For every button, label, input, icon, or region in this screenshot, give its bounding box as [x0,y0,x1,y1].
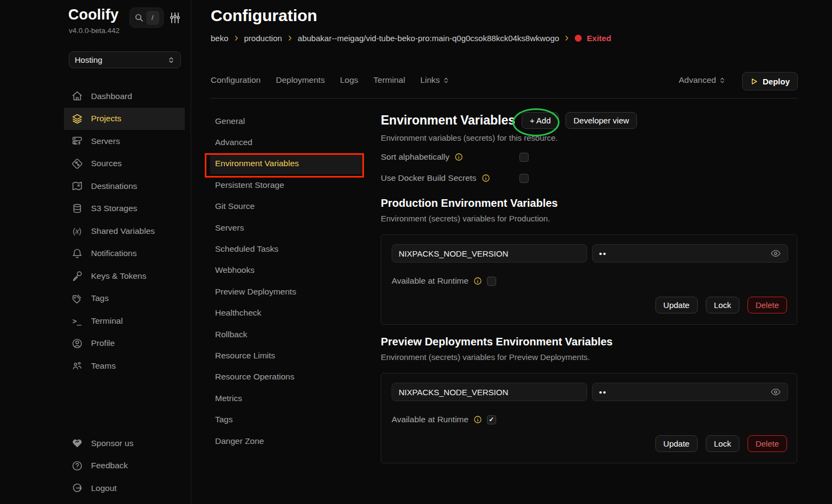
advanced-dropdown[interactable]: Advanced [679,75,726,85]
subnav-item-persistent-storage[interactable]: Persistent Storage [210,174,364,195]
tab-terminal[interactable]: Terminal [373,75,405,85]
subnav-item-git-source[interactable]: Git Source [210,196,364,217]
env-var-actions: Update Lock Delete [655,297,787,313]
server-icon [71,135,83,147]
app-logo: Coolify [68,6,119,23]
sidebar-item-tags[interactable]: Tags [64,287,185,310]
status-dot [575,35,582,42]
breadcrumb-resource[interactable]: abubakar--meigag/vid-tube-beko-pro:main-… [298,34,560,43]
chevron-up-down-icon [719,77,726,84]
eye-icon[interactable] [770,387,781,397]
tab-deployments[interactable]: Deployments [276,75,324,85]
header-divider [211,98,797,99]
subnav-item-metrics[interactable]: Metrics [210,388,364,409]
developer-view-button[interactable]: Developer view [566,112,638,129]
section-description: Environment variables (secrets) for this… [381,133,558,142]
team-select[interactable]: Hosting [69,51,181,68]
subnav-item-webhooks[interactable]: Webhooks [210,260,364,281]
subnav-item-preview-deployments[interactable]: Preview Deployments [210,281,364,302]
subnav-item-advanced[interactable]: Advanced [210,132,364,153]
chevron-right-icon [564,35,570,41]
sidebar-item-dashboard[interactable]: Dashboard [64,85,185,108]
sidebar-item-keys-tokens[interactable]: Keys & Tokens [64,265,185,287]
sidebar-item-projects[interactable]: Projects [64,108,185,130]
masked-value: •• [599,388,607,397]
info-icon [473,277,482,285]
subnav-item-tags[interactable]: Tags [210,409,364,430]
delete-button[interactable]: Delete [748,435,787,452]
breadcrumb-environment[interactable]: production [244,34,282,43]
preview-section-title: Preview Deployments Environment Variable… [381,336,613,348]
sidebar-item-servers[interactable]: Servers [64,130,185,153]
delete-button[interactable]: Delete [748,297,787,313]
sidebar-item-label: Feedback [91,461,128,470]
update-button[interactable]: Update [655,297,698,313]
env-var-name-input[interactable]: NIXPACKS_NODE_VERSION [392,383,587,401]
env-var-value-input[interactable]: •• [592,383,788,401]
search-button[interactable]: / [129,8,164,28]
sort-alphabetically-checkbox[interactable]: ✓ [519,153,529,162]
breadcrumb: beko production abubakar--meigag/vid-tub… [211,34,611,43]
available-at-runtime-checkbox[interactable]: ✓ [487,415,496,424]
settings-sliders-icon[interactable] [168,11,181,24]
subnav-item-rollback[interactable]: Rollback [210,324,364,345]
sidebar-item-profile[interactable]: Profile [64,332,185,355]
sidebar-item-label: Notifications [91,248,136,258]
sidebar-item-destinations[interactable]: Destinations [64,175,185,198]
env-var-card-preview: NIXPACKS_NODE_VERSION •• Available at Ru… [381,373,797,463]
env-var-value-input[interactable]: •• [592,244,788,263]
lock-button[interactable]: Lock [706,435,739,452]
lock-button[interactable]: Lock [706,297,739,313]
sidebar-item-label: Sources [91,159,122,168]
sidebar-item-label: S3 Storages [91,204,137,213]
subnav-item-servers[interactable]: Servers [210,217,364,238]
eye-icon[interactable] [770,248,781,259]
update-button[interactable]: Update [655,435,698,452]
tab-configuration[interactable]: Configuration [211,75,261,85]
question-circle-icon [71,460,83,472]
available-at-runtime-row: Available at Runtime ✓ [392,415,496,424]
bell-icon [71,247,83,259]
docker-build-secrets-checkbox[interactable]: ✓ [519,174,529,183]
tab-links-label: Links [420,75,440,85]
subnav-item-healthcheck[interactable]: Healthcheck [210,303,364,324]
sidebar-item-label: Terminal [91,316,123,326]
available-at-runtime-checkbox[interactable]: ✓ [487,277,496,286]
sort-alphabetically-row: Sort alphabetically ✓ [381,152,529,162]
git-source-icon [71,158,83,169]
breadcrumb-project[interactable]: beko [211,34,229,43]
sidebar-item-shared-variables[interactable]: (x) Shared Variables [64,220,185,243]
tab-logs[interactable]: Logs [340,75,359,85]
add-button[interactable]: + Add [522,112,559,129]
tag-icon [71,292,83,304]
subnav-item-danger-zone[interactable]: Danger Zone [210,430,364,451]
sort-alphabetically-label: Sort alphabetically [381,152,450,162]
sidebar-item-label: Teams [91,361,116,371]
sidebar-item-terminal[interactable]: >_ Terminal [64,310,185,332]
app-window: Coolify v4.0.0-beta.442 / Hosting Dashbo… [0,0,832,504]
content-title-row: Environment Variables + Add Developer vi… [381,112,637,129]
subnav-item-general[interactable]: General [210,110,364,132]
configuration-subnav: General Advanced Environment Variables P… [210,110,364,451]
sidebar-item-feedback[interactable]: Feedback [64,455,185,477]
subnav-item-scheduled-tasks[interactable]: Scheduled Tasks [210,238,364,259]
users-icon [71,360,83,372]
sidebar-item-logout[interactable]: Logout [64,477,185,500]
sidebar-item-sources[interactable]: Sources [64,153,185,175]
subnav-item-resource-limits[interactable]: Resource Limits [210,345,364,366]
search-shortcut-key: / [146,11,159,25]
sidebar-item-s3-storages[interactable]: S3 Storages [64,198,185,220]
subnav-item-resource-operations[interactable]: Resource Operations [210,366,364,388]
env-var-name-input[interactable]: NIXPACKS_NODE_VERSION [392,244,587,263]
sidebar-item-notifications[interactable]: Notifications [64,243,185,265]
env-var-card-production: NIXPACKS_NODE_VERSION •• Available at Ru… [381,234,797,325]
sidebar-item-teams[interactable]: Teams [64,355,185,377]
sidebar-item-sponsor-us[interactable]: Sponsor us [64,432,185,455]
subnav-item-environment-variables[interactable]: Environment Variables [210,153,364,174]
sidebar-item-label: Shared Variables [91,226,155,236]
docker-build-secrets-row: Use Docker Build Secrets ✓ [381,173,529,183]
sidebar-item-label: Destinations [91,181,137,191]
page-title: Configuration [211,6,317,25]
deploy-button[interactable]: Deploy [742,72,798,90]
tab-links[interactable]: Links [420,75,450,85]
